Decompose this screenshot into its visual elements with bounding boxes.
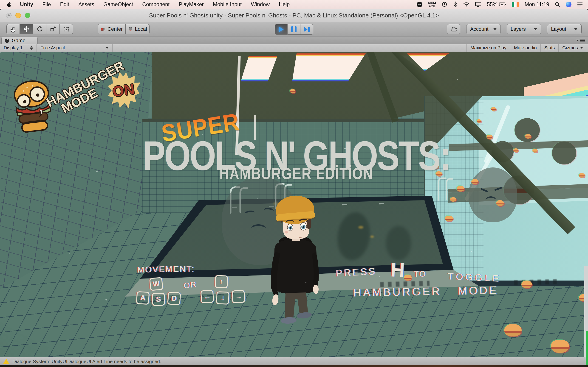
chevron-down-icon: [493, 28, 497, 30]
edge-highlight: [586, 331, 588, 357]
menu-clock[interactable]: Mon 11:19: [522, 1, 552, 8]
close-button[interactable]: [6, 13, 11, 18]
menu-playmaker[interactable]: PlayMaker: [174, 1, 208, 8]
desktop: Unity File Edit Assets GameObject Compon…: [0, 0, 588, 367]
key-a: A: [136, 291, 150, 305]
key-arrow-right: →: [232, 290, 245, 303]
play-icon: [279, 26, 284, 32]
menu-mobile-input[interactable]: Mobile Input: [208, 1, 246, 8]
scale-tool-button[interactable]: [46, 24, 60, 34]
cloud-button[interactable]: [447, 24, 460, 34]
title-subtitle: HAMBURGER EDİTİON: [141, 164, 451, 183]
key-arrow-up: ↑: [215, 275, 228, 289]
chevron-down-icon: [580, 47, 583, 49]
ghost-eye: [244, 210, 255, 217]
wifi-icon[interactable]: [460, 2, 472, 7]
hamburger-sprite: [532, 149, 537, 152]
window-title-bar[interactable]: Super Pools n' Ghosts.unity - Super Pool…: [0, 9, 588, 22]
menu-gameobject[interactable]: GameObject: [99, 1, 138, 8]
key-arrow-left: ←: [200, 290, 214, 303]
menu-unity[interactable]: Unity: [15, 1, 38, 8]
hamburger-mode-label: HAMBURGER MODE: [353, 284, 499, 299]
maximize-on-play-toggle[interactable]: Maximize on Play: [467, 44, 510, 52]
hamburger-sprite: [504, 324, 522, 336]
memory-status[interactable]: MEM76%: [425, 1, 439, 8]
rotate-tool-button[interactable]: [33, 24, 46, 34]
or-label: OR: [183, 280, 197, 290]
key-h-label: H: [390, 258, 405, 282]
time-machine-icon[interactable]: [439, 1, 450, 7]
unity-toolbar: Center Local Account Layers Layout: [0, 22, 588, 36]
hamburger-sprite: [496, 200, 504, 206]
menu-edit[interactable]: Edit: [56, 1, 74, 8]
tab-context-menu-button[interactable]: [576, 38, 585, 43]
macos-menu-bar: Unity File Edit Assets GameObject Compon…: [0, 0, 588, 9]
menu-component[interactable]: Component: [138, 1, 174, 8]
press-label: PRESS: [336, 266, 377, 279]
airplay-display-icon[interactable]: [472, 2, 484, 7]
ghost-angry: [468, 167, 517, 222]
chevron-down-icon: [534, 28, 537, 30]
key-s: S: [152, 293, 165, 306]
movement-label: MOVEMENT:: [137, 264, 195, 275]
chevron-down-icon: [576, 40, 579, 41]
spotlight-icon[interactable]: [552, 2, 563, 7]
aspect-dropdown[interactable]: Free Aspect: [37, 44, 112, 52]
tab-game[interactable]: Game: [1, 37, 38, 44]
menu-help[interactable]: Help: [274, 1, 294, 8]
adobe-cc-icon[interactable]: ∞: [414, 2, 425, 7]
apple-menu-icon[interactable]: [2, 2, 15, 7]
display-dropdown[interactable]: Display 1: [0, 44, 37, 52]
hand-tool-button[interactable]: [6, 24, 20, 34]
hamburger-sprite: [491, 107, 496, 111]
stats-toggle[interactable]: Stats: [540, 44, 559, 52]
step-icon: [304, 27, 310, 32]
bluetooth-icon[interactable]: [450, 1, 460, 7]
panel-tab-strip: Game: [0, 36, 588, 44]
pause-icon: [291, 26, 296, 32]
layers-dropdown[interactable]: Layers: [507, 24, 541, 34]
window-title: Super Pools n' Ghosts.unity - Super Pool…: [41, 12, 547, 19]
hamburger-sprite: [486, 135, 493, 139]
player-character: [261, 192, 330, 325]
chevron-down-icon: [574, 28, 578, 30]
hamburger-menu-icon: [580, 38, 585, 43]
notification-center-icon[interactable]: [574, 2, 586, 7]
siri-icon[interactable]: [563, 2, 574, 7]
menu-file[interactable]: File: [38, 1, 56, 8]
orientation-local-button[interactable]: Local: [126, 24, 149, 34]
unity-status-bar[interactable]: ! Dialogue System: UnityUIDialogueUI Ale…: [0, 357, 588, 365]
game-view-toolbar: Display 1 Free Aspect Maximize on Play M…: [0, 44, 588, 52]
chevron-down-icon: [106, 47, 109, 49]
hamburger-sprite: [477, 119, 481, 123]
rect-tool-button[interactable]: [60, 24, 73, 34]
pause-button[interactable]: [288, 24, 300, 35]
pivot-center-button[interactable]: Center: [98, 24, 126, 34]
ireland-flag-icon: [509, 2, 522, 7]
key-w: W: [149, 277, 163, 291]
hamburger-sprite: [290, 89, 295, 93]
layout-dropdown[interactable]: Layout: [547, 24, 582, 34]
move-tool-button[interactable]: [20, 24, 33, 34]
hamburger-sprite: [450, 197, 456, 202]
hamburger-sprite: [457, 186, 464, 192]
battery-status[interactable]: 55%: [484, 1, 509, 8]
minimize-button[interactable]: [15, 13, 21, 18]
step-button[interactable]: [300, 24, 313, 35]
zoom-button[interactable]: [25, 13, 30, 18]
hamburger-sprite: [404, 275, 412, 281]
game-viewport[interactable]: HAMBURGER MODE ON SUPER POOLS N' GHOSTS:…: [0, 52, 588, 357]
play-button[interactable]: [275, 24, 288, 35]
game-view-icon: [5, 38, 9, 43]
menu-assets[interactable]: Assets: [74, 1, 99, 8]
menu-window[interactable]: Window: [246, 1, 274, 8]
hamburger-sprite: [521, 281, 532, 288]
key-d: D: [167, 292, 181, 305]
gizmos-dropdown[interactable]: Gizmos: [558, 44, 587, 52]
hamburger-sprite: [471, 179, 478, 184]
desktop-strip: [0, 365, 588, 367]
hamburger-sprite: [513, 148, 519, 152]
account-dropdown[interactable]: Account: [466, 24, 501, 34]
mute-audio-toggle[interactable]: Mute audio: [510, 44, 540, 52]
hamburger-sprite: [445, 216, 453, 221]
